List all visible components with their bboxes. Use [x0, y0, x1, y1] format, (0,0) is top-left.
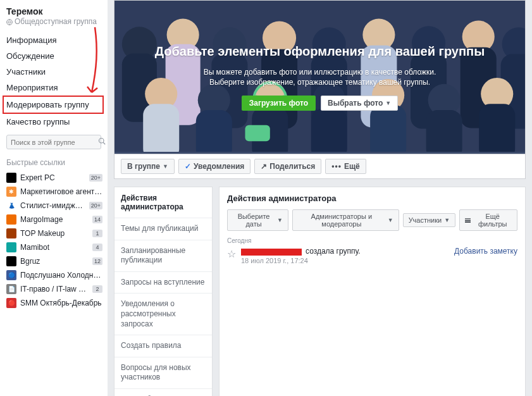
group-tabbar: В группе ▼ ✓ Уведомления ↗ Поделиться ••… — [114, 154, 526, 179]
quick-link-item[interactable]: Mamibot4 — [6, 240, 102, 254]
nav-members[interactable]: Участники — [6, 64, 108, 80]
choose-photo-label: Выбрать фото — [328, 99, 383, 108]
star-icon[interactable]: ☆ — [227, 248, 236, 264]
quick-link-avatar: 👗 — [6, 201, 16, 211]
quick-link-avatar — [6, 173, 16, 183]
group-search[interactable] — [6, 135, 101, 149]
quick-link-label: Подслушано Холодна... — [20, 271, 102, 280]
caret-down-icon: ▼ — [277, 217, 283, 223]
search-input[interactable] — [11, 139, 98, 146]
quick-link-avatar: 📄 — [6, 284, 16, 294]
admin-side-item[interactable]: Темы для публикаций — [114, 218, 212, 240]
filter-more-label: Ещё фильтры — [473, 213, 512, 228]
quick-link-item[interactable]: 📄IT-право / IT-law и д...2 — [6, 282, 102, 296]
search-icon — [98, 137, 106, 147]
filter-more[interactable]: Ещё фильтры — [459, 209, 517, 231]
filter-members[interactable]: Участники ▼ — [403, 213, 455, 227]
quick-link-badge: 1 — [92, 230, 102, 237]
admin-side-panel: Действия администратора Темы для публика… — [114, 187, 213, 396]
sliders-icon — [465, 218, 471, 223]
activity-text: создала группу. — [241, 247, 449, 256]
quick-link-label: Mamibot — [20, 243, 89, 252]
quick-link-item[interactable]: 👗Стилист-имиджме...20+ — [6, 199, 102, 213]
admin-side-item[interactable]: Запланированные публикации — [114, 240, 212, 271]
more-label: Ещё — [344, 162, 360, 171]
filter-dates[interactable]: Выберите даты ▼ — [227, 209, 288, 231]
quick-link-badge: 14 — [92, 216, 102, 223]
admin-main-panel: Действия администратора Выберите даты ▼ … — [219, 187, 526, 396]
admin-area: Действия администратора Темы для публика… — [114, 187, 526, 396]
share-button[interactable]: ↗ Поделиться — [254, 159, 321, 174]
share-icon: ↗ — [261, 162, 267, 171]
quick-link-label: MargoImage — [20, 215, 89, 224]
svg-point-1 — [99, 139, 104, 144]
quick-link-avatar: 🔵 — [6, 270, 16, 280]
nav-info[interactable]: Информация — [6, 32, 108, 48]
quick-link-avatar: ✱ — [6, 187, 16, 197]
quick-link-item[interactable]: 🔴SMM Октябрь-Декабрь — [6, 296, 102, 310]
add-note-link[interactable]: Добавить заметку — [454, 247, 517, 264]
quick-link-badge: 20+ — [89, 202, 102, 209]
quick-link-avatar — [6, 242, 16, 252]
quick-link-label: TOP Makeup — [20, 229, 89, 238]
quick-link-badge: 4 — [92, 244, 102, 251]
nav-quality[interactable]: Качество группы — [6, 114, 108, 130]
admin-side-header: Действия администратора — [114, 187, 212, 218]
quick-link-avatar — [6, 228, 16, 238]
admin-side-item[interactable]: Вопросы для новых участников — [114, 357, 212, 388]
svg-line-2 — [103, 142, 105, 144]
admin-side-item[interactable]: Создать правила — [114, 335, 212, 357]
group-privacy: Общедоступная группа — [6, 17, 108, 26]
caret-down-icon: ▼ — [385, 100, 391, 106]
cover-line1: Вы можете добавить фото или иллюстрацию … — [204, 68, 436, 77]
cover-area: Добавьте элементы оформления для вашей г… — [114, 0, 526, 154]
filter-admins[interactable]: Администраторы и модераторы ▼ — [292, 209, 399, 231]
quick-links-title: Быстрые ссылки — [6, 158, 108, 167]
redacted-name — [241, 249, 302, 256]
quick-link-label: Стилист-имиджме... — [20, 201, 85, 210]
quick-link-label: IT-право / IT-law и д... — [20, 285, 89, 294]
quick-link-avatar — [6, 256, 16, 266]
quick-link-item[interactable]: ✱Маркетинговое агентс... — [6, 185, 102, 199]
nav-moderate-group[interactable]: Модерировать группу — [3, 96, 104, 114]
left-sidebar: Теремок Общедоступная группа Информация … — [0, 0, 108, 396]
nav-discussion[interactable]: Обсуждение — [6, 48, 108, 64]
sidebar-nav: Информация Обсуждение Участники Мероприя… — [6, 32, 108, 130]
quick-link-item[interactable]: TOP Makeup1 — [6, 226, 102, 240]
main-column: Добавьте элементы оформления для вашей г… — [108, 0, 532, 396]
activity-timestamp: 18 июл 2019 г., 17:24 — [241, 257, 449, 264]
quick-link-item[interactable]: MargoImage14 — [6, 213, 102, 226]
admin-side-item[interactable]: Запросы на вступление — [114, 271, 212, 294]
caret-down-icon: ▼ — [388, 217, 393, 223]
quick-link-label: Маркетинговое агентс... — [20, 187, 102, 196]
section-today: Сегодня — [220, 231, 525, 247]
filters-row: Выберите даты ▼ Администраторы и модерат… — [220, 209, 525, 231]
notifications-label: Уведомления — [194, 162, 244, 171]
quick-link-item[interactable]: 🔵Подслушано Холодна... — [6, 268, 102, 282]
cover-heading: Добавьте элементы оформления для вашей г… — [155, 44, 485, 59]
dots-icon: ••• — [331, 162, 342, 171]
choose-photo-button[interactable]: Выбрать фото ▼ — [321, 96, 398, 111]
admin-side-item[interactable]: С жалобами от участников — [114, 388, 212, 396]
quick-link-badge: 2 — [92, 285, 102, 293]
admin-side-item[interactable]: Уведомления о рассмотренных запросах — [114, 293, 212, 335]
filter-dates-label: Выберите даты — [233, 213, 275, 228]
quick-link-badge: 20+ — [89, 174, 102, 182]
more-button[interactable]: ••• Ещё — [325, 159, 366, 174]
in-group-button[interactable]: В группе ▼ — [121, 159, 175, 174]
upload-photo-button[interactable]: Загрузить фото — [242, 96, 316, 111]
quick-link-avatar: 🔴 — [6, 298, 16, 308]
notifications-button[interactable]: ✓ Уведомления — [178, 159, 251, 174]
cover-overlay: Добавьте элементы оформления для вашей г… — [114, 1, 525, 154]
nav-events[interactable]: Мероприятия — [6, 80, 108, 96]
filter-admins-label: Администраторы и модераторы — [298, 213, 385, 228]
caret-down-icon: ▼ — [444, 217, 450, 223]
quick-link-label: Bgruz — [20, 257, 89, 266]
activity-row: ☆ создала группу. 18 июл 2019 г., 17:24 … — [220, 247, 525, 264]
check-icon: ✓ — [185, 162, 191, 171]
quick-link-item[interactable]: Expert PC20+ — [6, 171, 102, 185]
caret-down-icon: ▼ — [163, 163, 168, 170]
group-title: Теремок — [6, 5, 108, 17]
share-label: Поделиться — [269, 162, 315, 171]
quick-link-item[interactable]: Bgruz12 — [6, 254, 102, 268]
